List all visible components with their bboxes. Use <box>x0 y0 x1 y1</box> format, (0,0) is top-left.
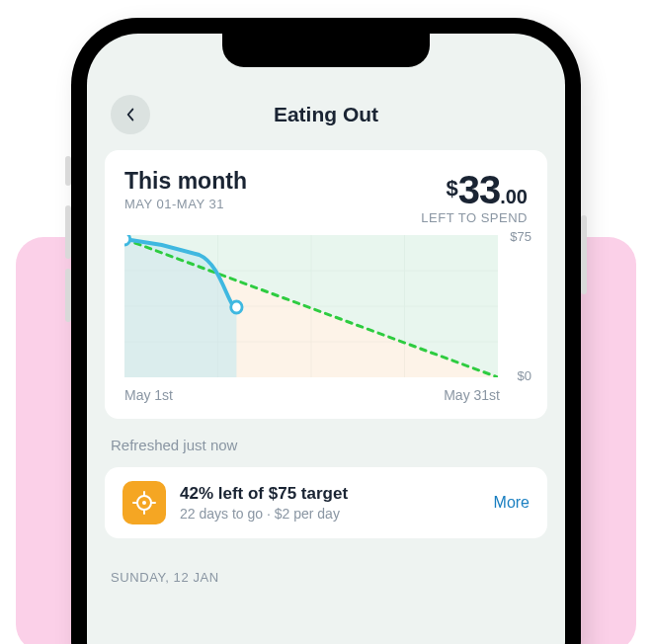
phone-screen: Eating Out This month MAY 01-MAY 31 $33.… <box>87 34 565 644</box>
svg-point-7 <box>124 235 130 245</box>
svg-point-8 <box>231 301 242 313</box>
more-link[interactable]: More <box>494 494 530 512</box>
svg-point-10 <box>142 501 146 505</box>
chevron-left-icon <box>124 108 136 121</box>
month-label: This month <box>124 168 247 195</box>
phone-side-button <box>65 156 71 186</box>
summary-card: This month MAY 01-MAY 31 $33.00 LEFT TO … <box>105 150 547 419</box>
x-start-label: May 1st <box>124 387 173 403</box>
date-range: MAY 01-MAY 31 <box>124 197 247 211</box>
phone-side-button <box>65 205 71 259</box>
amount-cents: .00 <box>500 186 528 207</box>
chart-plot-area: $75 $0 <box>124 235 528 377</box>
target-card[interactable]: 42% left of $75 target 22 days to go · $… <box>105 467 547 538</box>
spending-chart: $75 $0 May 1st May 31st <box>124 235 528 403</box>
currency-symbol: $ <box>446 176 457 201</box>
refreshed-status: Refreshed just now <box>105 433 547 467</box>
content-area: This month MAY 01-MAY 31 $33.00 LEFT TO … <box>87 140 565 585</box>
y-axis-min-label: $0 <box>518 368 531 383</box>
phone-side-button <box>65 269 71 322</box>
amount-remaining: $33.00 <box>421 168 528 212</box>
phone-notch <box>222 34 430 67</box>
phone-frame: Eating Out This month MAY 01-MAY 31 $33.… <box>71 18 581 644</box>
target-text: 42% left of $75 target 22 days to go · $… <box>180 484 480 522</box>
left-to-spend-label: LEFT TO SPEND <box>421 210 528 225</box>
x-axis-labels: May 1st May 31st <box>124 387 528 403</box>
target-subtitle: 22 days to go · $2 per day <box>180 506 480 522</box>
chart-svg <box>124 235 498 377</box>
page-title: Eating Out <box>274 103 378 126</box>
y-axis-max-label: $75 <box>510 229 531 244</box>
summary-header: This month MAY 01-MAY 31 $33.00 LEFT TO … <box>124 168 528 225</box>
back-button[interactable] <box>111 95 150 134</box>
target-icon <box>122 481 166 524</box>
crosshair-icon <box>132 491 156 515</box>
phone-side-button <box>581 215 587 294</box>
x-end-label: May 31st <box>444 387 500 403</box>
target-title: 42% left of $75 target <box>180 484 480 504</box>
summary-left: This month MAY 01-MAY 31 <box>124 168 247 211</box>
section-date-header: SUNDAY, 12 JAN <box>105 552 547 585</box>
amount-whole: 33 <box>458 168 501 211</box>
nav-bar: Eating Out <box>87 89 565 140</box>
summary-right: $33.00 LEFT TO SPEND <box>421 168 528 225</box>
app-screen: Eating Out This month MAY 01-MAY 31 $33.… <box>87 34 565 644</box>
